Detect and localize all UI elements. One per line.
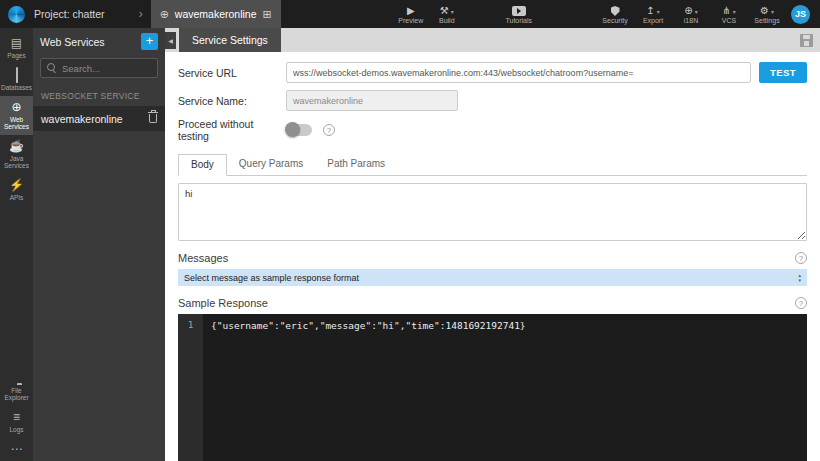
pages-icon: ▤ [11, 37, 22, 50]
user-avatar[interactable]: JS [791, 5, 810, 24]
security-label: Security [602, 17, 627, 24]
sidebar-item-label: Java Services [1, 155, 32, 169]
sidebar-item-pages[interactable]: ▤ Pages [0, 32, 33, 64]
message-select-text: Select message as sample response format [184, 273, 359, 283]
collapse-panel-button[interactable]: ◀ [165, 32, 176, 49]
left-icon-rail: ▤ Pages Databases ⊕ Web Services ☕ Java … [0, 28, 33, 461]
sidebar-item-label: Logs [9, 426, 23, 433]
database-icon [16, 67, 18, 83]
service-name-input [286, 90, 458, 111]
sample-response-help-icon[interactable]: ? [795, 297, 807, 309]
video-icon [512, 6, 526, 16]
trash-icon[interactable] [149, 114, 157, 123]
globe-icon: ⊕ [160, 9, 169, 20]
sidebar-item-label: File Explorer [1, 387, 32, 401]
proceed-toggle[interactable] [286, 124, 312, 136]
vcs-button[interactable]: ⋔▾ VCS [715, 0, 743, 28]
main-tabstrip: ◀ Service Settings [165, 28, 820, 52]
proceed-help-icon[interactable]: ? [323, 124, 335, 136]
caret-down-icon: ▾ [695, 8, 698, 16]
panel-title: Web Services [40, 36, 105, 48]
i18n-button[interactable]: ⊕▾ i18N [677, 0, 705, 28]
grid-icon[interactable]: ⊞ [263, 9, 272, 20]
preview-label: Preview [398, 17, 423, 24]
more-button[interactable]: ⋯ [0, 438, 33, 461]
tab-body[interactable]: Body [178, 154, 227, 176]
build-label: Build [439, 17, 455, 24]
message-select-bar[interactable]: Select message as sample response format… [178, 269, 807, 286]
tutorials-label: Tutorials [505, 17, 532, 24]
sidebar-item-logs[interactable]: ≡ Logs [0, 406, 33, 438]
gear-icon: ⚙ [760, 5, 769, 16]
sidebar-item-label: Web Services [1, 116, 32, 130]
service-item-label: wavemakeronline [41, 113, 123, 125]
sidebar-item-label: Databases [1, 84, 32, 91]
globe-icon: ⊕ [11, 101, 21, 114]
branch-icon: ⋔ [722, 5, 730, 16]
caret-down-icon: ▾ [657, 8, 660, 16]
security-button[interactable]: Security [601, 0, 629, 28]
editor-gutter: 1 [178, 314, 203, 461]
caret-down-icon: ▾ [451, 8, 454, 16]
tab-query-params[interactable]: Query Params [227, 154, 315, 176]
wavemaker-logo-icon[interactable] [8, 6, 25, 23]
service-url-input[interactable] [286, 62, 751, 83]
tab-path-params[interactable]: Path Params [315, 154, 397, 176]
search-input[interactable] [62, 63, 151, 74]
scroll-arrows[interactable]: ▴ ▾ [798, 273, 801, 283]
bolt-icon: ⚡ [9, 179, 24, 192]
export-button[interactable]: ↥▾ Export [639, 0, 667, 28]
sidebar-item-databases[interactable]: Databases [0, 64, 33, 96]
editor-code[interactable]: {"username":"eric","message":"hi","time"… [203, 314, 807, 461]
tab-service-settings[interactable]: Service Settings [179, 28, 281, 52]
caret-down-icon: ▾ [771, 8, 774, 16]
topbar-right-nav: Security ↥▾ Export ⊕▾ i18N ⋔▾ VCS ⚙▾ Set… [601, 0, 781, 28]
service-url-label: Service URL [178, 67, 286, 79]
toggle-knob [285, 122, 300, 137]
sidebar-item-file-explorer[interactable]: File Explorer [0, 380, 33, 406]
line-number: 1 [188, 319, 194, 330]
coffee-icon: ☕ [9, 140, 24, 153]
params-tabs: Body Query Params Path Params [178, 154, 807, 176]
shield-icon [611, 6, 620, 16]
sidebar-item-apis[interactable]: ⚡ APIs [0, 174, 33, 206]
topbar: Project: chatter › ⊕ wavemakeronline ⊞ ▶… [0, 0, 820, 28]
play-icon: ▶ [407, 5, 415, 16]
add-service-button[interactable]: + [141, 33, 158, 50]
export-label: Export [643, 17, 663, 24]
settings-button[interactable]: ⚙▾ Settings [753, 0, 781, 28]
search-icon [47, 63, 57, 73]
messages-help-icon[interactable]: ? [795, 252, 807, 264]
section-label-websocket-service: WEBSOCKET SERVICE [33, 84, 165, 106]
main-area: ◀ Service Settings Service URL TEST Serv… [165, 28, 820, 461]
save-icon[interactable] [800, 34, 813, 47]
service-settings-content: Service URL TEST Service Name: Proceed w… [165, 52, 820, 461]
scroll-down-icon[interactable]: ▾ [798, 278, 801, 283]
export-icon: ↥ [646, 5, 654, 16]
wavemaker-studio: Project: chatter › ⊕ wavemakeronline ⊞ ▶… [0, 0, 820, 461]
preview-button[interactable]: ▶ Preview [397, 0, 425, 28]
chevron-right-icon: › [139, 7, 143, 21]
project-title: Project: chatter [34, 8, 105, 20]
message-body-textarea[interactable]: hi [178, 183, 807, 241]
tutorials-button[interactable]: Tutorials [505, 0, 533, 28]
search-box[interactable] [40, 58, 158, 78]
sidebar-item-web-services[interactable]: ⊕ Web Services [0, 96, 33, 135]
open-service-tab[interactable]: ⊕ wavemakeronline ⊞ [151, 0, 281, 28]
hammer-icon: ⚒ [440, 5, 449, 16]
logs-icon: ≡ [13, 411, 20, 424]
sidebar-item-java-services[interactable]: ☕ Java Services [0, 135, 33, 174]
build-button[interactable]: ⚒▾ Build [433, 0, 461, 28]
settings-label: Settings [754, 17, 779, 24]
test-button[interactable]: TEST [759, 62, 807, 83]
sidebar-item-label: Pages [7, 52, 25, 59]
vcs-label: VCS [722, 17, 736, 24]
sidebar-item-label: APIs [10, 194, 24, 201]
proceed-without-testing-label: Proceed without testing [178, 118, 286, 142]
topbar-center-nav: ▶ Preview ⚒▾ Build Tutorials [397, 0, 533, 28]
caret-down-icon: ▾ [733, 8, 736, 16]
open-service-tab-label: wavemakeronline [175, 8, 257, 20]
i18n-label: i18N [684, 17, 698, 24]
service-item-wavemakeronline[interactable]: wavemakeronline [33, 106, 165, 131]
sample-response-editor[interactable]: 1 {"username":"eric","message":"hi","tim… [178, 314, 807, 461]
